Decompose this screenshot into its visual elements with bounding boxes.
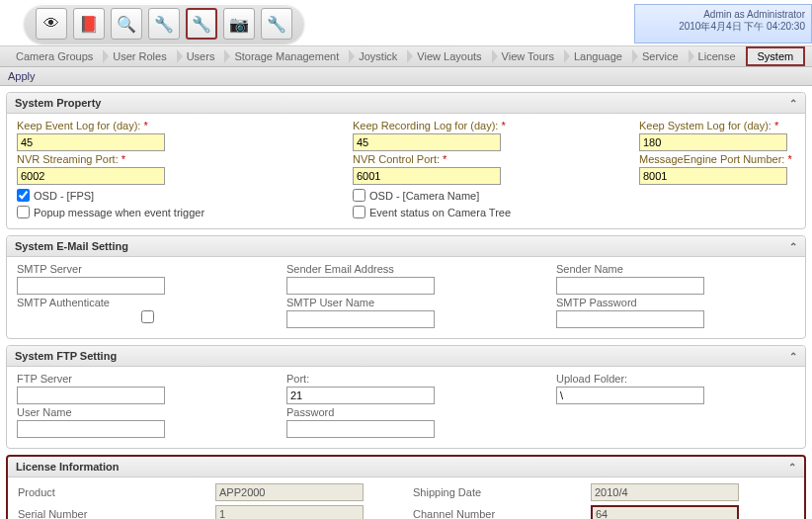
keep-recording-field[interactable] — [353, 133, 501, 151]
smtp-pass-field[interactable] — [556, 310, 704, 328]
toolbar-wrench-icon[interactable]: 🔧 — [148, 8, 180, 40]
keep-recording-label: Keep Recording Log for (day): — [353, 120, 600, 131]
channel-label: Channel Number — [413, 508, 591, 519]
ftp-pass-label: Password — [286, 406, 548, 418]
upload-folder-field[interactable] — [556, 387, 704, 404]
section-system-property: System Property ⌃ Keep Event Log for (da… — [6, 92, 806, 229]
toolbar-wrench-selected-icon[interactable]: 🔧 — [186, 8, 217, 40]
section-title: System Property — [15, 97, 101, 109]
osd-fps-checkbox[interactable] — [17, 189, 30, 202]
msg-engine-field[interactable] — [639, 167, 787, 185]
tab-service[interactable]: Service — [632, 45, 689, 67]
main-toolbar: 👁 📕 🔍 🔧 🔧 📷 🔧 — [24, 4, 304, 43]
event-tree-checkbox[interactable] — [353, 206, 365, 218]
user-info-box: Admin as Administrator 2010年4月4日 下午 04:2… — [634, 4, 812, 43]
nvr-control-label: NVR Control Port: — [353, 153, 600, 165]
product-label: Product — [18, 486, 215, 498]
tab-joystick[interactable]: Joystick — [349, 45, 407, 67]
channel-value — [591, 505, 739, 519]
ftp-user-label: User Name — [17, 406, 279, 418]
section-email: System E-Mail Setting ⌃ SMTP Server Send… — [6, 235, 806, 339]
tab-bar: Camera Groups User Roles Users Storage M… — [0, 45, 812, 67]
smtp-pass-label: SMTP Password — [556, 297, 812, 308]
osd-camera-checkbox[interactable] — [353, 189, 365, 202]
toolbar-door-icon[interactable]: 📕 — [73, 8, 105, 40]
keep-event-label: Keep Event Log for (day): — [17, 120, 313, 131]
collapse-icon[interactable]: ⌃ — [789, 241, 797, 252]
smtp-user-label: SMTP User Name — [286, 297, 548, 308]
shipping-label: Shipping Date — [413, 486, 591, 498]
section-title: License Information — [16, 461, 120, 473]
user-line: Admin as Administrator — [641, 9, 805, 20]
section-license: License Information ⌃ Product Shipping D… — [6, 455, 806, 519]
sender-email-label: Sender Email Address — [286, 263, 548, 275]
popup-label: Popup message when event trigger — [34, 207, 204, 218]
keep-system-field[interactable] — [639, 133, 787, 151]
ftp-pass-field[interactable] — [286, 420, 435, 438]
smtp-user-field[interactable] — [286, 310, 435, 328]
sender-email-field[interactable] — [286, 277, 435, 295]
ftp-port-label: Port: — [286, 373, 548, 385]
toolbar-magnify-gear-icon[interactable]: 🔍 — [111, 8, 142, 40]
tab-system[interactable]: System — [746, 46, 806, 66]
smtp-server-field[interactable] — [17, 277, 165, 295]
time-line: 2010年4月4日 下午 04:20:30 — [641, 20, 805, 34]
tab-user-roles[interactable]: User Roles — [103, 45, 176, 67]
sender-name-label: Sender Name — [556, 263, 812, 275]
ftp-server-label: FTP Server — [17, 373, 279, 385]
section-ftp: System FTP Setting ⌃ FTP Server Port: Up… — [6, 345, 806, 449]
collapse-icon[interactable]: ⌃ — [788, 462, 796, 473]
serial-label: Serial Number — [18, 508, 215, 519]
ftp-port-field[interactable] — [286, 387, 435, 404]
tab-language[interactable]: Language — [564, 45, 632, 67]
keep-system-label: Keep System Log for (day): — [639, 120, 812, 131]
msg-engine-label: MessageEngine Port Number: — [639, 153, 812, 165]
tab-view-tours[interactable]: View Tours — [492, 45, 564, 67]
product-value — [215, 483, 364, 501]
section-title: System E-Mail Setting — [15, 240, 128, 252]
nvr-stream-label: NVR Streaming Port: — [17, 153, 313, 165]
sender-name-field[interactable] — [556, 277, 704, 295]
toolbar-eye-icon[interactable]: 👁 — [36, 8, 67, 40]
toolbar-wrench2-icon[interactable]: 🔧 — [261, 8, 292, 40]
ftp-user-field[interactable] — [17, 420, 165, 438]
smtp-auth-label: SMTP Authenticate — [17, 297, 279, 308]
smtp-server-label: SMTP Server — [17, 263, 279, 275]
nvr-stream-field[interactable] — [17, 167, 165, 185]
collapse-icon[interactable]: ⌃ — [789, 351, 797, 362]
apply-link[interactable]: Apply — [8, 70, 36, 82]
collapse-icon[interactable]: ⌃ — [789, 98, 797, 109]
tab-license[interactable]: License — [689, 45, 746, 67]
toolbar-camera-gear-icon[interactable]: 📷 — [223, 8, 255, 40]
shipping-value — [591, 483, 739, 501]
tab-storage-management[interactable]: Storage Management — [224, 45, 349, 67]
tab-users[interactable]: Users — [177, 45, 225, 67]
tab-view-layouts[interactable]: View Layouts — [407, 45, 491, 67]
popup-checkbox[interactable] — [17, 206, 30, 218]
osd-fps-label: OSD - [FPS] — [34, 190, 94, 202]
event-tree-label: Event status on Camera Tree — [369, 207, 511, 218]
tab-camera-groups[interactable]: Camera Groups — [6, 45, 103, 67]
upload-folder-label: Upload Folder: — [556, 373, 812, 385]
smtp-auth-checkbox[interactable] — [17, 310, 279, 323]
ftp-server-field[interactable] — [17, 387, 165, 404]
osd-camera-label: OSD - [Camera Name] — [369, 190, 479, 202]
serial-value — [215, 505, 364, 519]
nvr-control-field[interactable] — [353, 167, 501, 185]
section-title: System FTP Setting — [15, 350, 117, 362]
keep-event-field[interactable] — [17, 133, 165, 151]
